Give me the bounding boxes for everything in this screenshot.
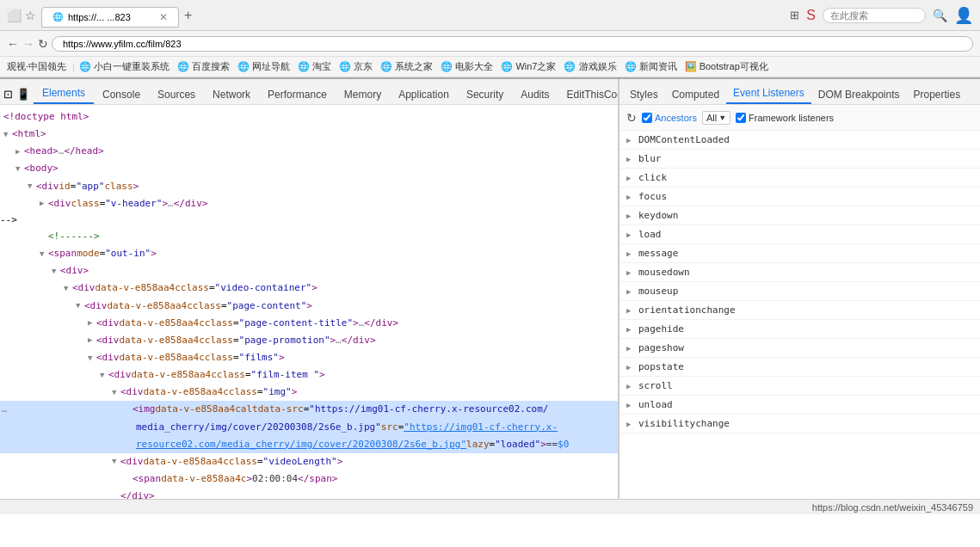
right-panel: Styles Computed Event Listeners DOM Brea… <box>619 79 980 499</box>
elements-panel: ⊡ 📱 Elements Console Sources Network Per… <box>0 79 619 499</box>
search-input[interactable] <box>823 8 926 23</box>
event-item-visibilitychange[interactable]: ▶ visibilitychange <box>619 415 980 433</box>
event-arrow-icon: ▶ <box>626 193 635 201</box>
event-name-text: keydown <box>638 210 678 221</box>
tab-network[interactable]: Network <box>204 85 259 104</box>
event-item-message[interactable]: ▶ message <box>619 244 980 263</box>
event-item-click[interactable]: ▶ click <box>619 169 980 187</box>
html-line: ▼ <div id="app" class > <box>0 178 618 195</box>
window-controls: ⬜ ☆ <box>7 9 36 22</box>
bookmark-item[interactable]: 🌐 系统之家 <box>377 58 436 75</box>
refresh-btn[interactable]: ↻ <box>38 37 48 51</box>
bookmark-separator: | <box>72 62 75 72</box>
bookmark-item[interactable]: 观视·中国领先 <box>2 58 71 75</box>
tab-memory[interactable]: Memory <box>336 85 390 104</box>
event-name-text: message <box>638 248 678 259</box>
bookmark-item[interactable]: 🌐 网址导航 <box>234 58 293 75</box>
event-item-focus[interactable]: ▶ focus <box>619 187 980 206</box>
bookmark-item[interactable]: 🖼️ Bootstrap可视化 <box>681 58 772 75</box>
html-line: <!doctype html> <box>0 108 618 126</box>
tab-security[interactable]: Security <box>458 85 512 104</box>
url-input[interactable] <box>52 36 973 52</box>
event-arrow-icon: ▶ <box>626 420 635 428</box>
tab-console[interactable]: Console <box>94 85 149 104</box>
back-btn[interactable]: ← <box>7 37 19 51</box>
tab-icon: ⬜ <box>7 9 22 22</box>
html-line: <!------> <box>0 228 618 245</box>
browser-tab[interactable]: 🌐 https://... ...823 ✕ <box>41 7 179 28</box>
tab-styles[interactable]: Styles <box>623 85 665 104</box>
event-item-mouseup[interactable]: ▶ mouseup <box>619 282 980 301</box>
ancestors-checkbox[interactable] <box>642 113 652 123</box>
elements-content[interactable]: <!doctype html> ▼ <html> ▶ <head>…</head… <box>0 105 618 499</box>
event-list: ▶ DOMContentLoaded ▶ blur ▶ click ▶ focu… <box>619 131 980 499</box>
html-line: ▼ <body> <box>0 160 618 177</box>
event-arrow-icon: ▶ <box>626 382 635 390</box>
bookmark-item[interactable]: 🌐 游戏娱乐 <box>560 58 619 75</box>
device-icon[interactable]: 📱 <box>16 88 30 101</box>
tab-properties[interactable]: Properties <box>906 85 967 104</box>
event-item-pagehide[interactable]: ▶ pagehide <box>619 320 980 339</box>
event-name-text: popstate <box>638 361 684 372</box>
framework-listeners-label[interactable]: Framework listeners <box>736 113 834 123</box>
bookmark-item[interactable]: 🌐 电影大全 <box>437 58 496 75</box>
forward-btn[interactable]: → <box>22 37 34 51</box>
menu-icon[interactable]: S <box>806 8 816 23</box>
search-btn[interactable]: 🔍 <box>933 9 947 22</box>
framework-checkbox[interactable] <box>736 113 746 123</box>
event-name-text: visibilitychange <box>638 418 730 429</box>
tab-audits[interactable]: Audits <box>512 85 558 104</box>
bookmark-item[interactable]: 🌐 淘宝 <box>294 58 335 75</box>
tab-event-listeners[interactable]: Event Listeners <box>726 83 811 104</box>
user-avatar[interactable]: 👤 <box>954 6 973 25</box>
tab-elements[interactable]: Elements <box>34 83 94 104</box>
browser-top: ⬜ ☆ 🌐 https://... ...823 ✕ + ⊞ S 🔍 👤 <box>0 0 980 31</box>
tab-close[interactable]: ✕ <box>159 11 168 23</box>
tab-title: https://... ...823 <box>68 12 131 22</box>
html-line: ▼ <html> <box>0 126 618 143</box>
event-arrow-icon: ▶ <box>626 268 635 277</box>
event-item-scroll[interactable]: ▶ scroll <box>619 377 980 396</box>
event-item-domcontentloaded[interactable]: ▶ DOMContentLoaded <box>619 131 980 150</box>
event-item-blur[interactable]: ▶ blur <box>619 150 980 169</box>
bookmark-item[interactable]: 🌐 京东 <box>336 58 376 75</box>
tab-sources[interactable]: Sources <box>149 85 204 104</box>
extensions-icon[interactable]: ⊞ <box>790 9 799 22</box>
html-line: ▶ <div data-v-e858aa4c class="page-conte… <box>0 315 618 332</box>
refresh-event-btn[interactable]: ↻ <box>626 111 637 125</box>
event-arrow-icon: ▶ <box>626 174 635 182</box>
tab-dom-breakpoints[interactable]: DOM Breakpoints <box>811 85 907 104</box>
event-item-keydown[interactable]: ▶ keydown <box>619 206 980 225</box>
event-item-popstate[interactable]: ▶ popstate <box>619 358 980 377</box>
event-arrow-icon: ▶ <box>626 136 635 144</box>
html-line: ▼ <div data-v-e858aa4c class="film-item … <box>0 366 618 384</box>
bookmark-item[interactable]: 🌐 Win7之家 <box>497 58 559 75</box>
tab-performance[interactable]: Performance <box>259 85 336 104</box>
event-item-orientationchange[interactable]: ▶ orientationchange <box>619 301 980 320</box>
html-line: ▶ <div class="v-header" >…</div> <box>0 195 618 212</box>
inspector-icon[interactable]: ⊡ <box>3 88 13 101</box>
tab-application[interactable]: Application <box>390 85 458 104</box>
html-line-img-selected[interactable]: … <img data-v-e858aa4c alt data-src="htt… <box>0 401 618 418</box>
event-item-mousedown[interactable]: ▶ mousedown <box>619 263 980 282</box>
ancestors-checkbox-label[interactable]: Ancestors <box>642 113 697 123</box>
event-name-text: DOMContentLoaded <box>638 134 730 145</box>
event-item-unload[interactable]: ▶ unload <box>619 396 980 415</box>
new-tab-btn[interactable]: + <box>184 8 192 23</box>
event-item-pageshow[interactable]: ▶ pageshow <box>619 339 980 358</box>
bookmark-item[interactable]: 🌐 百度搜索 <box>174 58 233 75</box>
bookmark-item[interactable]: 🌐 新闻资讯 <box>621 58 681 75</box>
event-arrow-icon: ▶ <box>626 325 635 334</box>
event-name-text: click <box>638 172 667 183</box>
html-line: <span data-v-e858aa4c > 02:00:04 </span> <box>0 470 618 488</box>
status-url: https://blog.csdn.net/weixin_45346759 <box>812 502 973 513</box>
html-line: ▼ <div data-v-e858aa4c class="img" > <box>0 384 618 401</box>
tab-computed[interactable]: Computed <box>665 85 726 104</box>
event-item-load[interactable]: ▶ load <box>619 225 980 244</box>
tab-editthiscookie[interactable]: EditThisCookie <box>558 85 618 104</box>
bookmark-icon: ☆ <box>25 9 36 22</box>
event-name-text: load <box>638 229 662 240</box>
bookmark-item[interactable]: 🌐 小白一键重装系统 <box>76 58 173 75</box>
all-dropdown[interactable]: All ▼ <box>702 111 730 125</box>
event-arrow-icon: ▶ <box>626 401 635 409</box>
